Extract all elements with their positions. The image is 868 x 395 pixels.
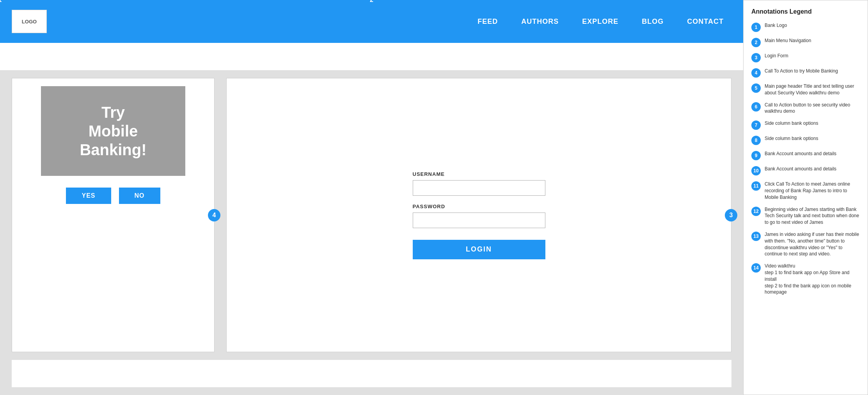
main-panels: 4 TryMobileBanking! YES NO 3 USERNAME (12, 78, 731, 352)
nav-authors[interactable]: AUTHORS (521, 18, 559, 26)
annotation-4: 4 (208, 209, 220, 221)
legend-item-text: Call To Action to try Mobile Banking (765, 68, 838, 74)
legend-item-text: Bank Logo (765, 22, 787, 29)
legend-title: Annotations Legend (751, 8, 860, 15)
legend-item-text: Side column bank options (765, 120, 818, 127)
legend-item-text: Main Menu Navigation (765, 37, 811, 44)
legend-item: 2 Main Menu Navigation (751, 37, 860, 47)
legend-item: 12 Beginning video of James starting wit… (751, 206, 860, 226)
annotation-1: 1 (0, 0, 6, 6)
nav-blog[interactable]: BLOG (642, 18, 664, 26)
legend-item-text: Click Call To Action to meet James onlin… (765, 181, 860, 200)
legend-item-text: James in video asking if user has their … (765, 231, 860, 257)
legend-bubble: 8 (751, 136, 761, 145)
password-input[interactable] (413, 213, 545, 228)
cta-image: TryMobileBanking! (41, 86, 185, 176)
yes-button[interactable]: YES (66, 188, 111, 204)
cta-panel: 4 TryMobileBanking! YES NO (12, 78, 215, 352)
legend-bubble: 3 (751, 53, 761, 62)
cta-image-text: TryMobileBanking! (80, 103, 146, 159)
legend-bubble: 11 (751, 181, 761, 191)
legend-item-text: Beginning video of James starting with B… (765, 206, 860, 226)
nav-feed[interactable]: FEED (477, 18, 498, 26)
username-field: USERNAME (413, 171, 545, 196)
annotation-3: 3 (725, 209, 737, 221)
nav-explore[interactable]: EXPLORE (582, 18, 618, 26)
legend-item-text: Login Form (765, 53, 788, 59)
legend-item-text: Main page header Title and text telling … (765, 83, 860, 96)
legend-bubble: 12 (751, 207, 761, 216)
login-button[interactable]: LOGIN (413, 240, 545, 259)
legend-bubble: 5 (751, 83, 761, 93)
banner-strip (0, 43, 743, 70)
login-panel: 3 USERNAME PASSWORD LOGIN (226, 78, 731, 352)
legend-item: 1 Bank Logo (751, 22, 860, 32)
annotation-2: 2 (366, 0, 378, 6)
legend-item-text: Call to Action button to see security vi… (765, 102, 860, 115)
logo[interactable]: LOGO (12, 10, 47, 33)
content-area: 4 TryMobileBanking! YES NO 3 USERNAME (0, 70, 743, 395)
header: 1 LOGO 2 FEED AUTHORS EXPLORE BLOG CONTA… (0, 0, 743, 43)
footer-strip (12, 360, 731, 387)
nav-contact[interactable]: CONTACT (687, 18, 724, 26)
legend-bubble: 9 (751, 151, 761, 160)
main-nav: FEED AUTHORS EXPLORE BLOG CONTACT (477, 18, 724, 26)
no-button[interactable]: NO (119, 188, 160, 204)
legend-item-text: Bank Account amounts and details (765, 151, 836, 157)
legend-panel: Annotations Legend 1 Bank Logo 2 Main Me… (743, 0, 868, 395)
legend-bubble: 7 (751, 120, 761, 130)
legend-item: 9 Bank Account amounts and details (751, 151, 860, 160)
legend-item-text: Video walkthrustep 1 to find bank app on… (765, 263, 860, 296)
legend-bubble: 1 (751, 23, 761, 32)
username-label: USERNAME (413, 171, 545, 177)
legend-items: 1 Bank Logo 2 Main Menu Navigation 3 Log… (751, 22, 860, 296)
legend-bubble: 2 (751, 38, 761, 47)
legend-item: 10 Bank Account amounts and details (751, 166, 860, 175)
legend-bubble: 4 (751, 68, 761, 78)
legend-bubble: 14 (751, 263, 761, 273)
legend-item: 11 Click Call To Action to meet James on… (751, 181, 860, 200)
main-area: 1 LOGO 2 FEED AUTHORS EXPLORE BLOG CONTA… (0, 0, 743, 395)
legend-item: 7 Side column bank options (751, 120, 860, 130)
legend-bubble: 10 (751, 166, 761, 175)
legend-bubble: 13 (751, 232, 761, 241)
legend-item: 5 Main page header Title and text tellin… (751, 83, 860, 96)
legend-item: 13 James in video asking if user has the… (751, 231, 860, 257)
password-label: PASSWORD (413, 204, 545, 209)
username-input[interactable] (413, 180, 545, 196)
legend-bubble: 6 (751, 102, 761, 112)
legend-item-text: Bank Account amounts and details (765, 166, 836, 172)
legend-item-text: Side column bank options (765, 135, 818, 142)
cta-buttons: YES NO (66, 188, 160, 204)
legend-item: 4 Call To Action to try Mobile Banking (751, 68, 860, 78)
legend-item: 8 Side column bank options (751, 135, 860, 145)
password-field: PASSWORD (413, 204, 545, 228)
legend-item: 14 Video walkthrustep 1 to find bank app… (751, 263, 860, 296)
legend-item: 3 Login Form (751, 53, 860, 62)
legend-item: 6 Call to Action button to see security … (751, 102, 860, 115)
